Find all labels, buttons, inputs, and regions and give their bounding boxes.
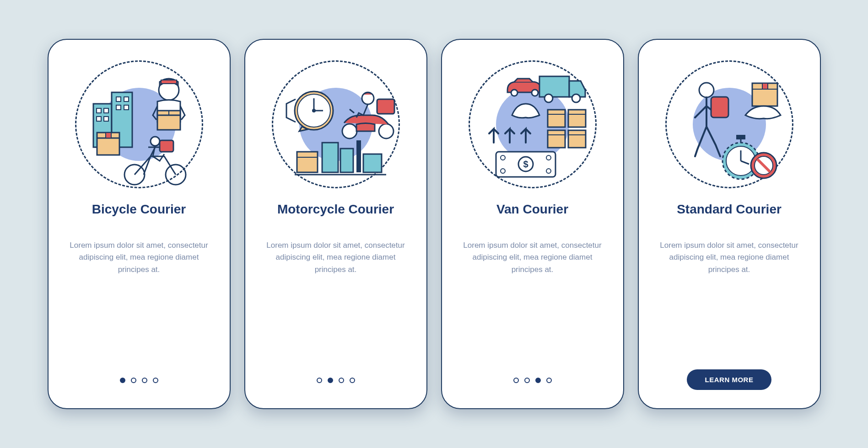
pager-dot[interactable] [142,378,147,383]
svg-point-60 [699,83,714,97]
svg-rect-47 [568,110,586,127]
phone-screen-bicycle[interactable]: Bicycle Courier Lorem ipsum dolor sit am… [48,39,231,409]
svg-rect-11 [161,80,177,84]
screen-description: Lorem ipsum dolor sit amet, consectetur … [65,240,214,276]
motorcycle-courier-icon [272,60,400,188]
svg-rect-8 [116,105,121,110]
svg-rect-6 [116,97,121,101]
svg-rect-2 [97,108,101,113]
phone-screen-van[interactable]: $ Van Courier Lorem ipsum dolor sit amet… [441,39,624,409]
pager-dot[interactable] [153,378,158,383]
svg-point-29 [379,124,394,139]
svg-rect-37 [356,140,361,172]
page-indicator [317,378,355,383]
standard-courier-icon [665,60,793,188]
screen-description: Lorem ipsum dolor sit amet, consectetur … [655,240,804,276]
pager-dot[interactable] [120,378,125,383]
svg-rect-69 [736,135,745,139]
page-indicator [513,378,552,383]
pager-dot[interactable] [131,378,136,383]
svg-rect-22 [160,140,173,152]
pager-dot[interactable] [546,378,552,383]
svg-text:$: $ [523,159,528,169]
svg-rect-33 [297,152,318,172]
svg-rect-51 [568,130,586,148]
screen-description: Lorem ipsum dolor sit amet, consectetur … [261,240,410,276]
svg-point-28 [342,124,357,139]
onboarding-screens: Bicycle Courier Lorem ipsum dolor sit am… [48,39,821,409]
svg-point-21 [151,137,160,146]
pager-dot[interactable] [339,378,344,383]
pager-dot[interactable] [524,378,530,383]
pager-dot[interactable] [513,378,519,383]
svg-rect-5 [104,117,108,121]
pager-dot[interactable] [317,378,322,383]
svg-point-43 [545,94,553,102]
phone-screen-standard[interactable]: Standard Courier Lorem ipsum dolor sit a… [638,39,821,409]
screen-title: Standard Courier [677,202,782,217]
svg-rect-4 [97,117,101,121]
svg-rect-3 [104,108,108,113]
svg-rect-7 [124,97,129,101]
screen-description: Lorem ipsum dolor sit amet, consectetur … [458,240,607,276]
screen-title: Van Courier [496,202,568,217]
screen-title: Bicycle Courier [92,202,186,217]
svg-point-27 [312,109,316,112]
svg-rect-36 [340,149,353,172]
svg-point-44 [572,94,580,102]
van-courier-icon: $ [469,60,597,188]
svg-rect-9 [124,105,129,110]
pager-dot[interactable] [350,378,355,383]
pager-dot[interactable] [535,378,541,383]
svg-rect-17 [106,133,111,138]
phone-screen-motorcycle[interactable]: Motorcycle Courier Lorem ipsum dolor sit… [244,39,427,409]
svg-rect-35 [322,143,338,172]
svg-line-32 [350,109,354,113]
learn-more-button[interactable]: LEARN MORE [687,369,772,390]
page-indicator [120,378,158,383]
svg-rect-61 [711,97,728,117]
svg-point-40 [511,90,518,96]
svg-rect-45 [548,110,565,127]
svg-rect-31 [377,99,394,114]
svg-rect-64 [762,83,768,89]
svg-rect-42 [539,76,569,97]
svg-rect-38 [363,154,382,172]
screen-title: Motorcycle Courier [277,202,394,217]
svg-rect-49 [548,130,565,148]
pager-dot[interactable] [328,378,333,383]
bicycle-courier-icon [75,60,203,188]
